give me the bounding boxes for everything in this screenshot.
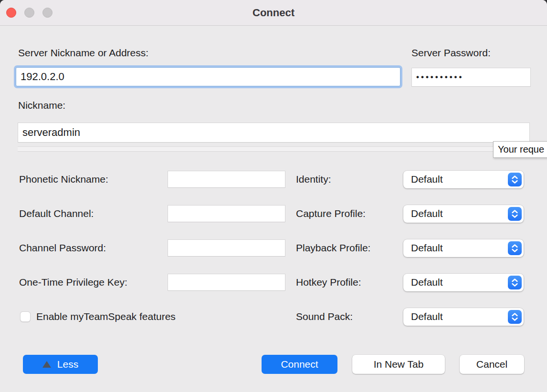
sound-pack-dropdown[interactable]: Default xyxy=(403,308,524,326)
hotkey-profile-dropdown-value: Default xyxy=(411,274,443,291)
nickname-label: Nickname: xyxy=(18,100,65,111)
less-button-label: Less xyxy=(57,359,78,370)
privilege-key-input[interactable] xyxy=(168,274,285,291)
less-button[interactable]: Less xyxy=(23,355,98,374)
in-new-tab-button[interactable]: In New Tab xyxy=(352,355,445,374)
identity-dropdown[interactable]: Default xyxy=(403,171,524,188)
connect-dialog: Connect Server Nickname or Address: Serv… xyxy=(0,0,547,392)
privilege-key-label: One-Time Privilege Key: xyxy=(19,277,127,288)
nickname-input[interactable] xyxy=(18,123,530,143)
server-password-input[interactable] xyxy=(411,68,531,87)
channel-password-label: Channel Password: xyxy=(19,242,106,254)
chevron-up-down-icon xyxy=(508,276,522,289)
connect-button-label: Connect xyxy=(281,359,318,370)
identity-dropdown-value: Default xyxy=(411,171,443,188)
server-address-label: Server Nickname or Address: xyxy=(18,47,148,59)
phonetic-nickname-label: Phonetic Nickname: xyxy=(19,174,108,185)
default-channel-input[interactable] xyxy=(168,205,285,222)
myteamspeak-checkbox-label: Enable myTeamSpeak features xyxy=(36,311,176,322)
section-divider xyxy=(18,146,530,152)
cancel-button-label: Cancel xyxy=(476,359,507,370)
connect-button[interactable]: Connect xyxy=(262,355,337,374)
hotkey-profile-label: Hotkey Profile: xyxy=(296,277,361,288)
channel-password-input[interactable] xyxy=(168,239,285,257)
default-channel-label: Default Channel: xyxy=(19,208,94,219)
title-bar: Connect xyxy=(0,0,547,26)
cancel-button[interactable]: Cancel xyxy=(460,355,524,374)
capture-profile-label: Capture Profile: xyxy=(296,208,366,219)
tooltip: Your reque xyxy=(493,141,547,158)
sound-pack-label: Sound Pack: xyxy=(296,311,353,322)
window-title: Connect xyxy=(0,0,547,26)
chevron-up-down-icon xyxy=(508,241,522,255)
capture-profile-dropdown[interactable]: Default xyxy=(403,205,524,223)
capture-profile-dropdown-value: Default xyxy=(411,205,443,222)
triangle-up-icon xyxy=(42,361,51,368)
chevron-up-down-icon xyxy=(508,207,522,221)
myteamspeak-checkbox[interactable] xyxy=(20,311,31,322)
playback-profile-dropdown-value: Default xyxy=(411,239,443,257)
server-password-label: Server Password: xyxy=(411,47,491,59)
identity-label: Identity: xyxy=(296,174,331,185)
in-new-tab-button-label: In New Tab xyxy=(374,359,424,370)
chevron-up-down-icon xyxy=(508,310,522,324)
phonetic-nickname-input[interactable] xyxy=(168,171,285,188)
playback-profile-label: Playback Profile: xyxy=(296,242,370,254)
server-address-input[interactable] xyxy=(16,67,400,86)
hotkey-profile-dropdown[interactable]: Default xyxy=(403,274,524,291)
chevron-up-down-icon xyxy=(508,173,522,186)
sound-pack-dropdown-value: Default xyxy=(411,308,443,325)
playback-profile-dropdown[interactable]: Default xyxy=(403,239,524,257)
